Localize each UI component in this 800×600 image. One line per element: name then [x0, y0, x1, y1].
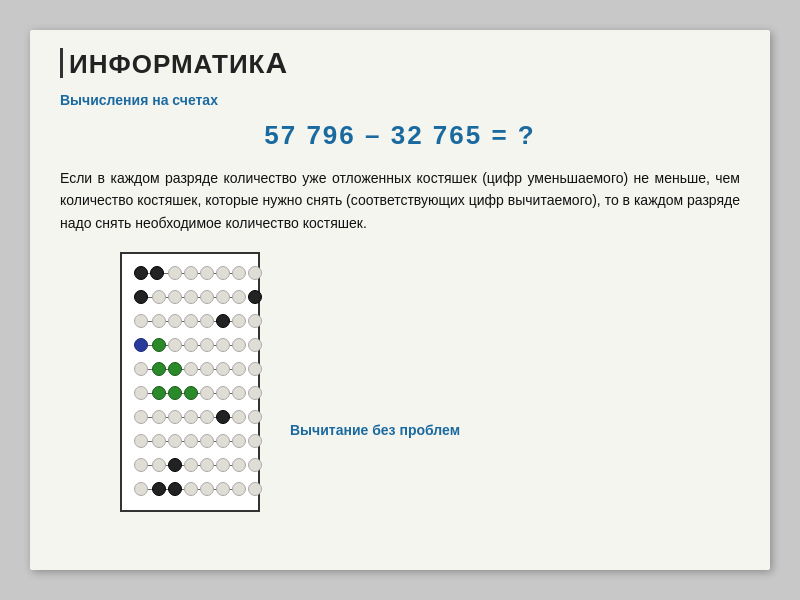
header: ИНФОРМАТИКА	[60, 48, 740, 82]
bead	[134, 290, 148, 304]
bead	[184, 266, 198, 280]
bead	[232, 482, 246, 496]
bead	[150, 266, 164, 280]
description: Если в каждом разряде количество уже отл…	[60, 167, 740, 234]
bead	[184, 314, 198, 328]
bead	[216, 290, 230, 304]
bead	[152, 386, 166, 400]
bead	[200, 362, 214, 376]
bead	[152, 482, 166, 496]
bead	[152, 314, 166, 328]
abacus-frame	[120, 252, 260, 512]
content-area: Вычитание без проблем	[60, 252, 740, 512]
logo-a: А	[265, 46, 288, 79]
bead	[134, 314, 148, 328]
bead	[134, 386, 148, 400]
bead	[134, 482, 148, 496]
abacus-row	[134, 358, 246, 380]
bead	[216, 434, 230, 448]
bead	[248, 290, 262, 304]
bead	[200, 314, 214, 328]
abacus-row	[134, 382, 246, 404]
bead	[200, 482, 214, 496]
bead	[216, 266, 230, 280]
bead	[216, 386, 230, 400]
abacus-container	[120, 252, 260, 512]
bead	[184, 386, 198, 400]
bead	[216, 410, 230, 424]
bead	[168, 410, 182, 424]
bead	[152, 290, 166, 304]
abacus-row	[134, 334, 246, 356]
bead	[184, 290, 198, 304]
abacus-row	[134, 262, 246, 284]
slide: ИНФОРМАТИКА Вычисления на счетах 57 796 …	[30, 30, 770, 570]
bead	[168, 458, 182, 472]
bead	[248, 338, 262, 352]
abacus-row	[134, 430, 246, 452]
bead	[248, 434, 262, 448]
right-area: Вычитание без проблем	[280, 252, 740, 438]
bead	[200, 266, 214, 280]
bead	[232, 362, 246, 376]
bead	[134, 266, 148, 280]
bead	[184, 338, 198, 352]
bead	[248, 362, 262, 376]
bead	[184, 482, 198, 496]
bead	[200, 410, 214, 424]
bead	[232, 410, 246, 424]
bead	[200, 290, 214, 304]
bead	[248, 314, 262, 328]
caption: Вычитание без проблем	[290, 422, 740, 438]
abacus-row	[134, 454, 246, 476]
bead	[216, 458, 230, 472]
bead	[152, 410, 166, 424]
section-title: Вычисления на счетах	[60, 92, 740, 108]
bead	[200, 338, 214, 352]
math-problem: 57 796 – 32 765 = ?	[60, 120, 740, 151]
bead	[134, 338, 148, 352]
bead	[216, 362, 230, 376]
bead	[168, 338, 182, 352]
bead	[232, 338, 246, 352]
bead	[152, 434, 166, 448]
bead	[248, 266, 262, 280]
bead	[168, 482, 182, 496]
bead	[168, 362, 182, 376]
bead	[232, 290, 246, 304]
bead	[134, 458, 148, 472]
bead	[168, 290, 182, 304]
bead	[216, 482, 230, 496]
bead	[248, 458, 262, 472]
bead	[168, 314, 182, 328]
bead	[184, 458, 198, 472]
bead	[168, 434, 182, 448]
bead	[152, 458, 166, 472]
bead	[200, 386, 214, 400]
bead	[248, 482, 262, 496]
bead	[232, 386, 246, 400]
bead	[184, 434, 198, 448]
bead	[134, 362, 148, 376]
bead	[216, 314, 230, 328]
bead	[232, 458, 246, 472]
bead	[248, 410, 262, 424]
bead	[152, 338, 166, 352]
logo-text: ИНФОРМАТИКА	[60, 48, 288, 78]
bead	[232, 314, 246, 328]
bead	[152, 362, 166, 376]
bead	[216, 338, 230, 352]
bead	[168, 386, 182, 400]
bead	[232, 434, 246, 448]
bead	[168, 266, 182, 280]
bead	[134, 410, 148, 424]
logo-main: ИНФОРМАТИК	[69, 49, 265, 79]
abacus-row	[134, 406, 246, 428]
bead	[184, 362, 198, 376]
bead	[248, 386, 262, 400]
bead	[200, 458, 214, 472]
bead	[200, 434, 214, 448]
bead	[184, 410, 198, 424]
abacus-row	[134, 286, 246, 308]
bead	[232, 266, 246, 280]
